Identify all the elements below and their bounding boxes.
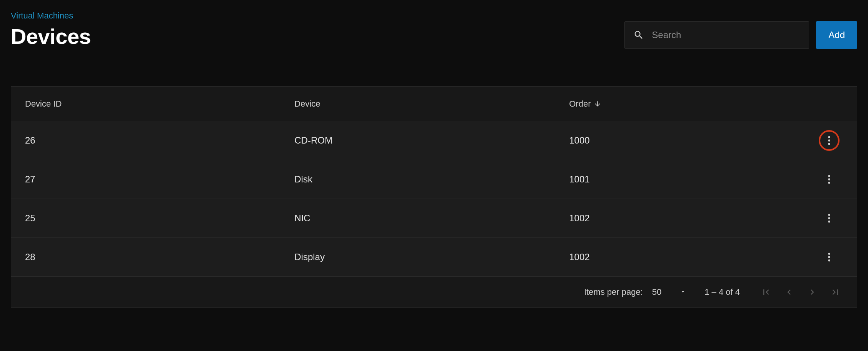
paginator: Items per page: 50 1 – 4 of 4 — [11, 276, 857, 308]
page-title: Devices — [11, 24, 91, 49]
svg-point-3 — [828, 175, 830, 177]
first-page-button[interactable] — [758, 284, 774, 300]
cell-actions — [807, 121, 857, 160]
next-page-button[interactable] — [805, 284, 820, 300]
cell-order: 1000 — [555, 121, 807, 160]
svg-point-2 — [828, 143, 830, 145]
search-field[interactable] — [624, 21, 809, 49]
svg-point-8 — [828, 221, 830, 222]
prev-page-button[interactable] — [781, 284, 797, 300]
cell-device: Display — [280, 238, 555, 277]
svg-point-10 — [828, 256, 830, 258]
items-per-page-label: Items per page: — [584, 287, 643, 297]
cell-device-id: 26 — [11, 121, 280, 160]
last-page-button[interactable] — [828, 284, 843, 300]
svg-point-0 — [828, 136, 830, 138]
cell-device: Disk — [280, 160, 555, 199]
cell-device: NIC — [280, 199, 555, 238]
cell-device-id: 28 — [11, 238, 280, 277]
cell-actions — [807, 160, 857, 199]
page-size-select[interactable]: 50 — [652, 287, 686, 297]
row-menu-button[interactable] — [821, 210, 838, 227]
svg-point-4 — [828, 178, 830, 180]
column-header-actions — [807, 87, 857, 121]
page-size-value: 50 — [652, 287, 661, 297]
svg-point-7 — [828, 217, 830, 219]
dropdown-arrow-icon — [680, 287, 686, 297]
column-label: Device — [294, 99, 320, 109]
cell-actions — [807, 199, 857, 238]
cell-device-id: 25 — [11, 199, 280, 238]
cell-order: 1002 — [555, 238, 807, 277]
table-row[interactable]: 25NIC1002 — [11, 199, 857, 238]
svg-point-1 — [828, 139, 830, 141]
column-header-device[interactable]: Device — [280, 87, 555, 121]
devices-table: Device ID Device Order — [11, 87, 857, 276]
svg-point-6 — [828, 214, 830, 216]
table-row[interactable]: 27Disk1001 — [11, 160, 857, 199]
svg-point-11 — [828, 259, 830, 261]
arrow-down-icon — [594, 100, 601, 108]
table-row[interactable]: 26CD-ROM1000 — [11, 121, 857, 160]
cell-order: 1002 — [555, 199, 807, 238]
column-label: Order — [569, 99, 591, 109]
column-label: Device ID — [25, 99, 62, 109]
table-row[interactable]: 28Display1002 — [11, 238, 857, 277]
cell-actions — [807, 238, 857, 277]
search-icon — [633, 30, 644, 40]
column-header-device-id[interactable]: Device ID — [11, 87, 280, 121]
page-range-label: 1 – 4 of 4 — [704, 287, 740, 297]
breadcrumb[interactable]: Virtual Machines — [11, 11, 91, 21]
row-menu-button[interactable] — [821, 171, 838, 188]
column-header-order[interactable]: Order — [555, 87, 807, 121]
cell-device: CD-ROM — [280, 121, 555, 160]
svg-point-5 — [828, 182, 830, 184]
search-input[interactable] — [652, 30, 800, 40]
cell-order: 1001 — [555, 160, 807, 199]
row-menu-button[interactable] — [821, 249, 838, 266]
svg-point-9 — [828, 253, 830, 255]
add-button[interactable]: Add — [816, 21, 857, 49]
cell-device-id: 27 — [11, 160, 280, 199]
row-menu-button[interactable] — [821, 132, 838, 149]
